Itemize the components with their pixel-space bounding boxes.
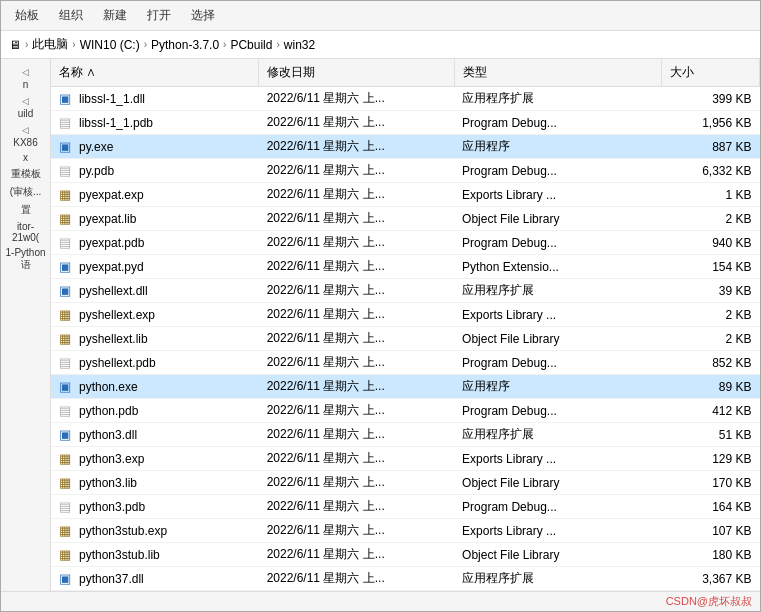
table-row[interactable]: ▤pyexpat.pdb 2022/6/11 星期六 上... Program … <box>51 231 760 255</box>
file-date-cell: 2022/6/11 星期六 上... <box>259 399 454 423</box>
table-row[interactable]: ▤python3.pdb 2022/6/11 星期六 上... Program … <box>51 495 760 519</box>
file-size-cell: 2 KB <box>662 327 760 351</box>
file-name: python3.exp <box>79 452 144 466</box>
file-name-cell: ▤python3.pdb <box>51 495 259 519</box>
sidebar-item-8[interactable]: 1-Python语 <box>1 245 50 274</box>
toolbar-btn-organize[interactable]: 组织 <box>53 5 89 26</box>
file-name: pyshellext.dll <box>79 284 148 298</box>
file-icon-wrapper: ▣py.exe <box>59 139 113 154</box>
file-name: python3stub.lib <box>79 548 160 562</box>
file-name: pyshellext.exp <box>79 308 155 322</box>
table-row[interactable]: ▤libssl-1_1.pdb 2022/6/11 星期六 上... Progr… <box>51 111 760 135</box>
col-header-type[interactable]: 类型 <box>454 59 662 87</box>
file-name-cell: ▤py.pdb <box>51 159 259 183</box>
table-row[interactable]: ▤python.pdb 2022/6/11 星期六 上... Program D… <box>51 399 760 423</box>
file-icon-wrapper: ▤pyshellext.pdb <box>59 355 156 370</box>
toolbar-btn-start[interactable]: 始板 <box>9 5 45 26</box>
file-size-cell: 51 KB <box>662 423 760 447</box>
file-type-cell: Program Debug... <box>454 159 662 183</box>
breadcrumb-python[interactable]: Python-3.7.0 <box>151 38 219 52</box>
table-row[interactable]: ▣python37.dll 2022/6/11 星期六 上... 应用程序扩展 … <box>51 567 760 591</box>
file-list-container[interactable]: 名称 ∧ 修改日期 类型 大小 ▣libssl-1_1.dll 2022/6/1… <box>51 59 760 591</box>
sidebar-item-0[interactable]: ◁ n <box>1 63 50 92</box>
file-type-cell: 应用程序扩展 <box>454 423 662 447</box>
file-type-cell: 应用程序扩展 <box>454 279 662 303</box>
sidebar-item-4[interactable]: 重模板 <box>1 165 50 183</box>
file-icon-wrapper: ▣python37.dll <box>59 571 144 586</box>
file-type-icon: ▦ <box>59 307 71 322</box>
table-row[interactable]: ▦python3stub.exp 2022/6/11 星期六 上... Expo… <box>51 519 760 543</box>
file-name-cell: ▦pyexpat.exp <box>51 183 259 207</box>
sidebar-item-5[interactable]: (审核... <box>1 183 50 201</box>
toolbar-btn-open[interactable]: 打开 <box>141 5 177 26</box>
table-row[interactable]: ▦pyexpat.exp 2022/6/11 星期六 上... Exports … <box>51 183 760 207</box>
file-date-cell: 2022/6/11 星期六 上... <box>259 255 454 279</box>
table-row[interactable]: ▣py.exe 2022/6/11 星期六 上... 应用程序 887 KB <box>51 135 760 159</box>
file-name: pyexpat.pyd <box>79 260 144 274</box>
file-size-cell: 1,956 KB <box>662 111 760 135</box>
file-name: libssl-1_1.pdb <box>79 116 153 130</box>
table-row[interactable]: ▦python3.lib 2022/6/11 星期六 上... Object F… <box>51 471 760 495</box>
col-header-date[interactable]: 修改日期 <box>259 59 454 87</box>
file-name: pyexpat.lib <box>79 212 136 226</box>
sidebar-item-6[interactable]: 置 <box>1 201 50 219</box>
file-type-cell: Object File Library <box>454 543 662 567</box>
file-name-cell: ▦python3stub.exp <box>51 519 259 543</box>
file-name: pyshellext.pdb <box>79 356 156 370</box>
sidebar-item-1[interactable]: ◁ uild <box>1 92 50 121</box>
table-row[interactable]: ▣pyexpat.pyd 2022/6/11 星期六 上... Python E… <box>51 255 760 279</box>
file-icon-wrapper: ▦python3.lib <box>59 475 137 490</box>
sort-indicator: ∧ <box>86 65 96 79</box>
file-type-cell: 应用程序扩展 <box>454 87 662 111</box>
file-date-cell: 2022/6/11 星期六 上... <box>259 471 454 495</box>
file-icon-wrapper: ▣libssl-1_1.dll <box>59 91 145 106</box>
table-row[interactable]: ▦pyexpat.lib 2022/6/11 星期六 上... Object F… <box>51 207 760 231</box>
file-type-icon: ▦ <box>59 475 71 490</box>
file-size-cell: 412 KB <box>662 399 760 423</box>
file-name: pyshellext.lib <box>79 332 148 346</box>
table-row[interactable]: ▤py.pdb 2022/6/11 星期六 上... Program Debug… <box>51 159 760 183</box>
file-type-icon: ▣ <box>59 379 71 394</box>
file-type-cell: Exports Library ... <box>454 447 662 471</box>
content-area: ◁ n ◁ uild ◁ KX86 x 重模板 (审核... 置 <box>1 59 760 591</box>
file-name-cell: ▤libssl-1_1.pdb <box>51 111 259 135</box>
table-row[interactable]: ▦pyshellext.lib 2022/6/11 星期六 上... Objec… <box>51 327 760 351</box>
table-row[interactable]: ▦pyshellext.exp 2022/6/11 星期六 上... Expor… <box>51 303 760 327</box>
file-type-cell: Program Debug... <box>454 495 662 519</box>
file-type-icon: ▤ <box>59 403 71 418</box>
file-table: 名称 ∧ 修改日期 类型 大小 ▣libssl-1_1.dll 2022/6/1… <box>51 59 760 591</box>
sidebar-item-3[interactable]: x <box>1 150 50 165</box>
table-row[interactable]: ▣pyshellext.dll 2022/6/11 星期六 上... 应用程序扩… <box>51 279 760 303</box>
file-type-cell: Object File Library <box>454 471 662 495</box>
file-size-cell: 852 KB <box>662 351 760 375</box>
file-size-cell: 39 KB <box>662 279 760 303</box>
table-row[interactable]: ▣python.exe 2022/6/11 星期六 上... 应用程序 89 K… <box>51 375 760 399</box>
file-name: python3.dll <box>79 428 137 442</box>
file-name: python.pdb <box>79 404 138 418</box>
col-header-size[interactable]: 大小 <box>662 59 760 87</box>
file-type-icon: ▤ <box>59 163 71 178</box>
file-size-cell: 164 KB <box>662 495 760 519</box>
file-type-cell: 应用程序 <box>454 375 662 399</box>
table-row[interactable]: ▤pyshellext.pdb 2022/6/11 星期六 上... Progr… <box>51 351 760 375</box>
sidebar-item-7[interactable]: itor-21w0( <box>1 219 50 245</box>
breadcrumb-thispc[interactable]: 此电脑 <box>32 36 68 53</box>
file-type-cell: Object File Library <box>454 327 662 351</box>
toolbar-btn-new[interactable]: 新建 <box>97 5 133 26</box>
toolbar-btn-select[interactable]: 选择 <box>185 5 221 26</box>
file-name-cell: ▤pyshellext.pdb <box>51 351 259 375</box>
table-row[interactable]: ▣libssl-1_1.dll 2022/6/11 星期六 上... 应用程序扩… <box>51 87 760 111</box>
breadcrumb: 🖥 › 此电脑 › WIN10 (C:) › Python-3.7.0 › PC… <box>1 31 760 59</box>
col-header-name[interactable]: 名称 ∧ <box>51 59 259 87</box>
file-type-icon: ▦ <box>59 187 71 202</box>
sidebar-item-2[interactable]: ◁ KX86 <box>1 121 50 150</box>
file-date-cell: 2022/6/11 星期六 上... <box>259 159 454 183</box>
breadcrumb-pcbuild[interactable]: PCbuild <box>230 38 272 52</box>
breadcrumb-drive[interactable]: WIN10 (C:) <box>80 38 140 52</box>
file-size-cell: 180 KB <box>662 543 760 567</box>
table-row[interactable]: ▣python3.dll 2022/6/11 星期六 上... 应用程序扩展 5… <box>51 423 760 447</box>
table-row[interactable]: ▦python3stub.lib 2022/6/11 星期六 上... Obje… <box>51 543 760 567</box>
file-name-cell: ▣pyshellext.dll <box>51 279 259 303</box>
file-name: pyexpat.exp <box>79 188 144 202</box>
table-row[interactable]: ▦python3.exp 2022/6/11 星期六 上... Exports … <box>51 447 760 471</box>
